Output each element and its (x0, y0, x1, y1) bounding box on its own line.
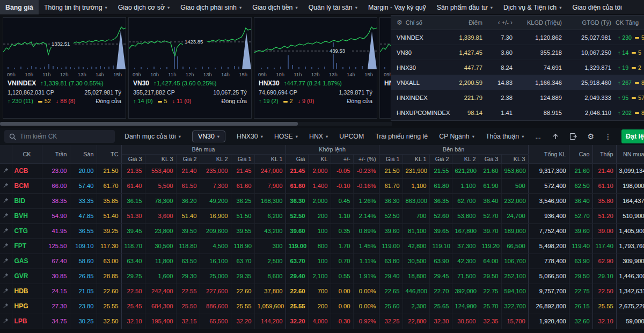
ceiling-price: 30.85 (42, 269, 70, 284)
tab-more[interactable]: ... (535, 133, 540, 140)
stock-row-ctg[interactable]: CTG41.9536.5539.2539.4523,80039.50209,60… (0, 223, 644, 238)
arrow-up-icon[interactable] (552, 133, 559, 140)
pin-cell[interactable] (0, 238, 12, 254)
tab-trai-phieu-rieng-le[interactable]: Trái phiếu riêng lẻ (375, 133, 428, 140)
tab-hnx[interactable]: HNX▾ (309, 133, 328, 140)
index-chart-panel-hnx30[interactable]: 439.5309h10h11h12h13h14h15hHNX30↑447.77 … (254, 17, 377, 119)
stock-row-hpg[interactable]: HPG27.3023.8025.5525.45684,30025.50886,6… (0, 299, 644, 314)
ceiling-price: 66.00 (42, 178, 70, 193)
stock-row-acb[interactable]: ACB23.0020.0021.5021.35553,40021.40235,0… (0, 163, 644, 178)
col-bid-vol1: KL 1 (254, 154, 286, 163)
stock-row-fpt[interactable]: FPT125.50109.10117.30118.7030,500118.804… (0, 238, 644, 254)
nav-item-giao-dien-cua-toi[interactable]: Giao diện của tôi (567, 0, 627, 15)
nav-item-thong-tin-thi-truong[interactable]: Thông tin thị trường▾ (39, 0, 113, 15)
nav-item-san-pham-au-tu[interactable]: Sản phẩm đầu tư▾ (431, 0, 498, 15)
tab-upcom[interactable]: UPCOM (339, 133, 364, 140)
ask-price-1: 119.00 (379, 238, 402, 254)
kebab-menu-icon[interactable]: ⋮ (604, 133, 612, 140)
stock-symbol[interactable]: BCM (12, 178, 42, 193)
gear-icon[interactable]: ⚙ (397, 19, 402, 26)
col-ask-price1: Giá 1 (379, 154, 402, 163)
stock-row-bvh[interactable]: BVH54.9047.8551.4051.303,60051.4016,9005… (0, 208, 644, 223)
col-header-diem: Điểm (456, 19, 487, 26)
ceiling-price: 34.75 (42, 314, 70, 329)
chevron-right-icon[interactable]: › (510, 19, 513, 26)
pin-cell[interactable] (0, 254, 12, 269)
stock-symbol[interactable]: GVR (12, 269, 42, 284)
nav-item-giao-dich-phai-sinh[interactable]: Giao dịch phái sinh▾ (175, 0, 247, 15)
advancers: ↑ 19 (2) (259, 98, 279, 104)
bid-volume-1: 8,600 (254, 269, 286, 284)
stock-row-bid[interactable]: BID38.3533.3535.8536.1578,30036.2049,200… (0, 193, 644, 208)
index-chart-panel-vnindex[interactable]: 1332.5109h10h11h12h13h14h15hVNINDEX↑1,33… (3, 17, 126, 119)
pin-cell[interactable] (0, 193, 12, 208)
scrollbar-thumb[interactable] (0, 122, 298, 126)
stock-symbol[interactable]: GAS (12, 254, 42, 269)
search-input[interactable] (20, 133, 110, 140)
search-box[interactable] (4, 130, 115, 143)
stock-row-lpb[interactable]: LPB34.7530.2532.5032.10195,40032.1565,50… (0, 314, 644, 329)
bid-price-2: 39.50 (176, 223, 200, 238)
index-row-hnx30[interactable]: HNX30447.778.2474.6911,329.871↑ 192↓ 9 (391, 60, 644, 75)
export-icon[interactable] (569, 133, 577, 140)
tab-thoa-thuan[interactable]: Thỏa thuận▾ (486, 133, 524, 140)
tab-vn30[interactable]: VN30▾ (192, 131, 225, 142)
stock-row-gvr[interactable]: GVR30.8526.8528.8529.251,60029.3025,0002… (0, 269, 644, 284)
pin-cell[interactable] (0, 178, 12, 193)
chevron-left-icon[interactable]: ‹ (498, 19, 500, 26)
index-chart-panel-vn30[interactable]: 1423.8509h10h11h12h13h14h15hVN30↑1,427.4… (128, 17, 252, 119)
tab-hose[interactable]: HOSE▾ (274, 133, 298, 140)
tab-cp-nganh[interactable]: CP Ngành▾ (439, 133, 474, 140)
stock-symbol[interactable]: HPG (12, 299, 42, 314)
nav-item-giao-dich-tien[interactable]: Giao dịch tiền▾ (247, 0, 303, 15)
stock-symbol[interactable]: BID (12, 193, 42, 208)
pin-cell[interactable] (0, 223, 12, 238)
ask-price-2: 63.90 (429, 254, 452, 269)
stock-row-gas[interactable]: GAS67.4058.6063.0063.4011,80063.5016,100… (0, 254, 644, 269)
reference-value-label: 1332.51 (52, 41, 70, 47)
nav-item-quan-ly-tai-san[interactable]: Quản lý tài sản▾ (303, 0, 363, 15)
index-row-hnxupcomindex[interactable]: HNXUPCOMINDEX98.141.4188.9152,046.110↑ 2… (391, 105, 644, 120)
bid-volume-3: 553,400 (145, 163, 176, 178)
pin-cell[interactable] (0, 299, 12, 314)
bid-volume-2: 886,600 (200, 299, 231, 314)
pin-cell[interactable] (0, 163, 12, 178)
index-row-hnxindex[interactable]: HNXINDEX221.792.38124.8892,049.333↑ 9557 (391, 90, 644, 105)
decliners: ↓ 11 (0) (172, 98, 192, 104)
pin-cell[interactable] (0, 208, 12, 223)
place-order-button[interactable]: Đặt lệnh (621, 129, 644, 143)
index-row-vn30[interactable]: VN301,427.453.60355.21810,067.250↑ 145↓ … (391, 45, 644, 60)
tab-hnx30[interactable]: HNX30▾ (237, 133, 263, 140)
stock-symbol[interactable]: CTG (12, 223, 42, 238)
nav-item-dich-vu-tien-ich[interactable]: Dịch vụ & Tiện ích▾ (498, 0, 567, 15)
bid-volume-3: 30,500 (145, 238, 176, 254)
stock-symbol[interactable]: LPB (12, 314, 42, 329)
bid-volume-3: 78,300 (145, 193, 176, 208)
match-price: 39.60 (286, 223, 308, 238)
pin-cell[interactable] (0, 314, 12, 329)
pin-cell[interactable] (0, 269, 12, 284)
horizontal-scrollbar[interactable] (0, 122, 392, 126)
bid-price-1: 25.55 (231, 299, 254, 314)
advancers: ↑ 230 (11) (8, 98, 33, 104)
floor-price: 109.10 (70, 238, 97, 254)
nav-item-giao-dich-co-so[interactable]: Giao dịch cơ sở▾ (113, 0, 175, 15)
nav-item-margin-vay-ky-quy[interactable]: Margin - Vay ký quỹ (363, 0, 431, 15)
high-price: 29.50 (569, 269, 592, 284)
gear-icon[interactable]: ⚙ (587, 133, 594, 140)
reference-price: 21.50 (97, 163, 121, 178)
stock-row-hdb[interactable]: HDB24.1521.0522.6022.50242,40022.55227,6… (0, 284, 644, 299)
ask-price-1: 32.25 (379, 314, 402, 329)
index-row-vnindex[interactable]: VNINDEX1,339.817.301,120.86225,027.981↑ … (391, 30, 644, 45)
index-row-vnxall[interactable]: VNXALL2,200.5914.831,166.34625,918.460↑ … (391, 75, 644, 90)
ask-price-2: 61.80 (429, 178, 452, 193)
stock-symbol[interactable]: FPT (12, 238, 42, 254)
nav-item-bang-gia[interactable]: Bảng giá (0, 0, 39, 15)
reference-price: 28.85 (97, 269, 121, 284)
stock-symbol[interactable]: HDB (12, 284, 42, 299)
tab-danh-muc-cua-toi[interactable]: Danh mục của tôi▾ (125, 133, 181, 140)
stock-row-bcm[interactable]: BCM66.0057.4061.7061.405,50061.507,30061… (0, 178, 644, 193)
stock-symbol[interactable]: ACB (12, 163, 42, 178)
pin-cell[interactable] (0, 284, 12, 299)
stock-symbol[interactable]: BVH (12, 208, 42, 223)
